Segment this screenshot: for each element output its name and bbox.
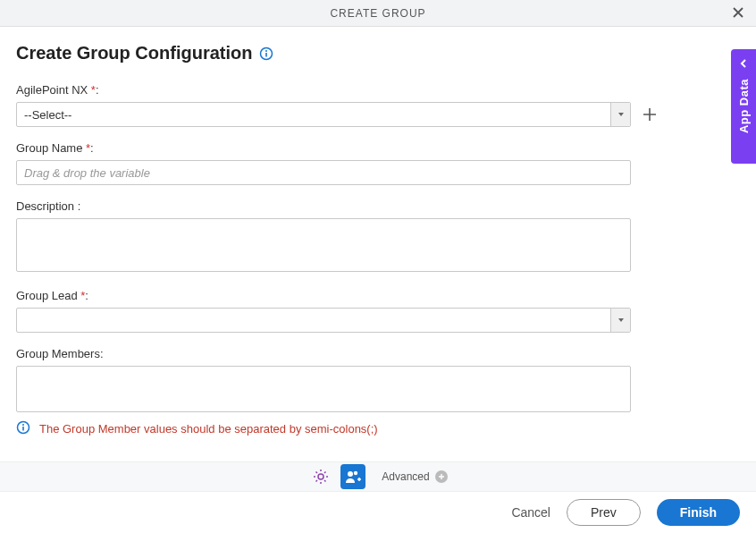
dialog-footer: Cancel Prev Finish: [0, 492, 756, 533]
group-members-input[interactable]: [16, 366, 631, 412]
field-group-name: Group Name *:: [16, 141, 740, 185]
dialog-header: CREATE GROUP: [0, 0, 756, 27]
svg-point-6: [318, 474, 323, 479]
form-body: Create Group Configuration AgilePoint NX…: [0, 27, 756, 437]
add-agilepoint-button[interactable]: [640, 105, 659, 124]
field-description: Description :: [16, 199, 740, 275]
field-group-lead: Group Lead *:: [16, 289, 740, 333]
page-title: Create Group Configuration: [16, 43, 252, 63]
hint-row: The Group Member values should be separa…: [16, 420, 740, 437]
app-data-side-tab[interactable]: App Data: [731, 49, 756, 164]
cancel-button[interactable]: Cancel: [511, 505, 550, 520]
close-icon[interactable]: [731, 5, 745, 22]
app-data-label: App Data: [737, 79, 751, 133]
label-description: Description :: [16, 199, 740, 213]
svg-point-4: [22, 424, 24, 426]
agilepoint-select-input[interactable]: [17, 103, 610, 126]
plus-circle-icon: [435, 470, 448, 483]
user-add-icon[interactable]: [340, 464, 365, 489]
group-lead-select[interactable]: [16, 308, 631, 333]
field-agilepoint: AgilePoint NX *:: [16, 83, 740, 127]
advanced-label: Advanced: [382, 470, 429, 483]
label-group-name: Group Name *:: [16, 141, 740, 155]
svg-point-7: [348, 471, 353, 477]
label-group-lead: Group Lead *:: [16, 289, 740, 302]
bottom-toolbar: Advanced: [0, 461, 756, 492]
info-icon: [16, 420, 30, 437]
label-agilepoint: AgilePoint NX *:: [16, 83, 740, 97]
prev-button[interactable]: Prev: [567, 499, 641, 526]
dialog-title: CREATE GROUP: [330, 7, 425, 20]
agilepoint-select[interactable]: [16, 102, 631, 127]
info-icon[interactable]: [259, 47, 273, 61]
finish-button[interactable]: Finish: [657, 499, 740, 526]
svg-rect-5: [22, 427, 24, 431]
label-group-members: Group Members:: [16, 347, 740, 360]
chevron-left-icon: [738, 58, 749, 79]
hint-text: The Group Member values should be separa…: [39, 422, 378, 436]
group-name-input[interactable]: [16, 160, 631, 185]
chevron-down-icon[interactable]: [610, 103, 630, 126]
group-lead-select-input[interactable]: [17, 309, 610, 332]
gear-icon[interactable]: [308, 464, 333, 489]
description-input[interactable]: [16, 218, 631, 272]
chevron-down-icon[interactable]: [610, 309, 630, 332]
svg-point-1: [265, 50, 267, 52]
svg-rect-2: [266, 53, 268, 57]
svg-point-8: [354, 471, 357, 475]
advanced-toggle[interactable]: Advanced: [382, 470, 447, 483]
field-group-members: Group Members:: [16, 347, 740, 415]
